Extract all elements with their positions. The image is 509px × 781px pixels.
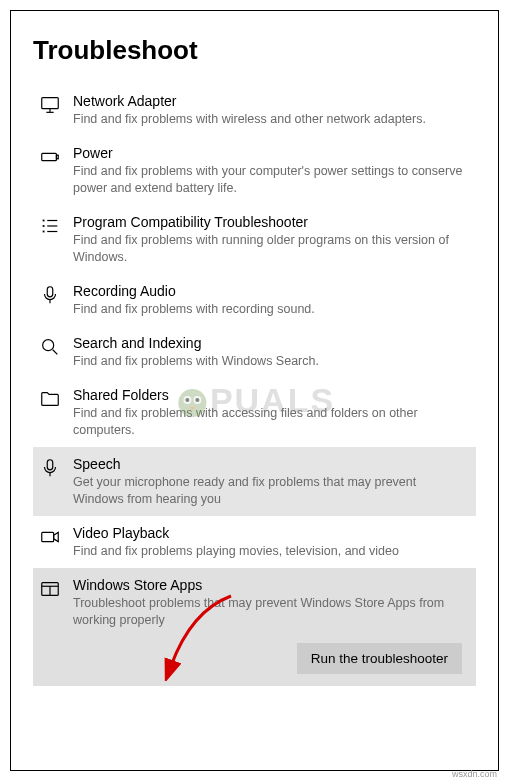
store-icon	[33, 576, 67, 600]
svg-rect-16	[47, 287, 53, 297]
microphone-icon	[33, 282, 67, 306]
item-title: Search and Indexing	[73, 334, 468, 352]
troubleshoot-panel: Troubleshoot PUALS Network Adapter Find …	[10, 10, 499, 771]
monitor-icon	[33, 92, 67, 116]
svg-rect-9	[56, 155, 58, 159]
item-desc: Find and fix problems with running older…	[73, 232, 468, 266]
item-speech[interactable]: Speech Get your microphone ready and fix…	[33, 447, 476, 516]
item-desc: Find and fix problems playing movies, te…	[73, 543, 468, 560]
svg-rect-5	[42, 98, 59, 109]
troubleshooter-list: Network Adapter Find and fix problems wi…	[33, 84, 476, 686]
item-desc: Find and fix problems with recording sou…	[73, 301, 468, 318]
folder-icon	[33, 386, 67, 410]
item-title: Video Playback	[73, 524, 468, 542]
svg-point-18	[43, 340, 54, 351]
item-desc: Troubleshoot problems that may prevent W…	[73, 595, 468, 629]
microphone-icon	[33, 455, 67, 479]
item-title: Speech	[73, 455, 468, 473]
item-title: Shared Folders	[73, 386, 468, 404]
item-desc: Find and fix problems with Windows Searc…	[73, 353, 468, 370]
item-title: Program Compatibility Troubleshooter	[73, 213, 468, 231]
video-icon	[33, 524, 67, 548]
footer-text: wsxdn.com	[452, 769, 497, 779]
run-troubleshooter-button[interactable]: Run the troubleshooter	[297, 643, 462, 674]
item-title: Recording Audio	[73, 282, 468, 300]
svg-line-19	[53, 350, 58, 355]
svg-rect-22	[42, 532, 54, 541]
svg-rect-20	[47, 460, 53, 470]
item-desc: Get your microphone ready and fix proble…	[73, 474, 468, 508]
item-desc: Find and fix problems with accessing fil…	[73, 405, 468, 439]
item-network-adapter[interactable]: Network Adapter Find and fix problems wi…	[33, 84, 476, 136]
item-power[interactable]: Power Find and fix problems with your co…	[33, 136, 476, 205]
battery-icon	[33, 144, 67, 168]
item-desc: Find and fix problems with wireless and …	[73, 111, 468, 128]
item-title: Power	[73, 144, 468, 162]
svg-rect-8	[42, 153, 57, 160]
item-program-compatibility[interactable]: Program Compatibility Troubleshooter Fin…	[33, 205, 476, 274]
page-title: Troubleshoot	[33, 35, 476, 66]
item-search-indexing[interactable]: Search and Indexing Find and fix problem…	[33, 326, 476, 378]
item-video-playback[interactable]: Video Playback Find and fix problems pla…	[33, 516, 476, 568]
search-icon	[33, 334, 67, 358]
item-title: Windows Store Apps	[73, 576, 468, 594]
item-title: Network Adapter	[73, 92, 468, 110]
item-shared-folders[interactable]: Shared Folders Find and fix problems wit…	[33, 378, 476, 447]
item-recording-audio[interactable]: Recording Audio Find and fix problems wi…	[33, 274, 476, 326]
item-windows-store-apps[interactable]: Windows Store Apps Troubleshoot problems…	[33, 568, 476, 686]
item-desc: Find and fix problems with your computer…	[73, 163, 468, 197]
list-icon	[33, 213, 67, 237]
